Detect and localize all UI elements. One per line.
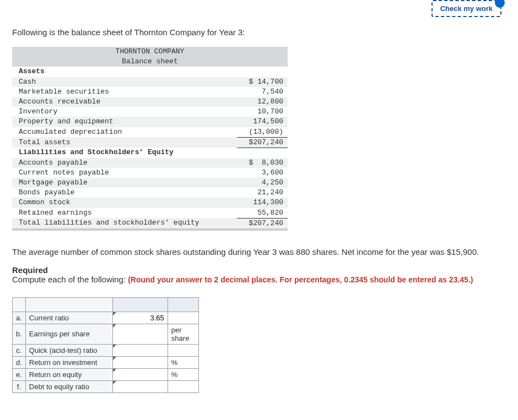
- answer-label: Return on equity: [25, 368, 112, 380]
- bs-title-2: Balance sheet: [12, 57, 288, 67]
- answer-letter: d.: [13, 356, 26, 368]
- answer-unit: %: [168, 368, 198, 380]
- answer-row: a. Current ratio: [13, 312, 199, 324]
- answer-input-c[interactable]: [113, 345, 168, 356]
- answer-label: Earnings per share: [25, 324, 112, 344]
- answer-row: c. Quick (acid-test) ratio: [13, 344, 199, 356]
- answer-unit: %: [168, 356, 198, 368]
- input-marker-icon: [113, 345, 116, 348]
- bs-row-value: 114,300: [237, 198, 288, 208]
- question-content: Following is the balance sheet of Thornt…: [0, 0, 518, 404]
- bs-row-label: Inventory: [12, 107, 237, 117]
- total-liab-label: Total liabilities and stockholders’ equi…: [12, 218, 237, 230]
- answer-letter: e.: [13, 368, 26, 380]
- answer-unit: [168, 312, 198, 324]
- answer-input-b[interactable]: [113, 328, 168, 340]
- liab-heading: Liabilities and Stockholders’ Equity: [12, 148, 237, 157]
- input-marker-icon: [113, 369, 116, 372]
- total-liab-value: $207,240: [237, 218, 288, 230]
- intro-text: Following is the balance sheet of Thornt…: [12, 28, 506, 37]
- bs-title-1: THORNTON COMPANY: [12, 47, 288, 57]
- answer-input-a[interactable]: [113, 312, 168, 324]
- answer-table: a. Current ratio b. Earnings per share p…: [12, 297, 199, 393]
- required-heading: Required: [12, 265, 506, 275]
- answer-label: Return on investment: [25, 356, 112, 368]
- balance-sheet-table: THORNTON COMPANY Balance sheet Assets Ca…: [12, 47, 288, 231]
- input-marker-icon: [113, 324, 116, 328]
- answer-label: Debt to equity ratio: [25, 380, 112, 392]
- answer-input-f[interactable]: [113, 381, 168, 392]
- bs-row-label: Accounts payable: [12, 158, 237, 168]
- total-assets-value: $207,240: [237, 137, 288, 148]
- bs-row-value: 21,240: [237, 188, 288, 198]
- bs-row-value: 55,820: [237, 208, 288, 219]
- input-marker-icon: [113, 312, 116, 315]
- answer-letter: b.: [13, 324, 26, 344]
- bs-row-label: Accumulated depreciation: [12, 127, 237, 138]
- bs-row-value: 4,250: [237, 178, 288, 188]
- answer-label: Current ratio: [25, 312, 112, 324]
- bs-row-value: $ 8,030: [237, 158, 288, 168]
- answer-unit: [168, 344, 198, 356]
- bs-row-value: (13,000): [237, 127, 288, 138]
- input-marker-icon: [113, 357, 116, 360]
- bs-row-label: Accounts receivable: [12, 97, 237, 107]
- answer-letter: f.: [13, 380, 26, 392]
- answer-row: f. Debt to equity ratio: [13, 380, 199, 392]
- paragraph-2: The average number of common stock share…: [12, 246, 506, 258]
- answer-input-d[interactable]: [113, 357, 168, 368]
- bs-row-label: Cash: [12, 77, 237, 87]
- required-note: (Round your answer to 2 decimal places. …: [128, 275, 473, 284]
- required-text: Compute each of the following:: [12, 275, 128, 284]
- bs-row-value: 3,600: [237, 168, 288, 178]
- bs-row-value: 174,500: [237, 117, 288, 127]
- answer-row: d. Return on investment %: [13, 356, 199, 368]
- answer-unit: per share: [168, 324, 198, 344]
- bs-row-label: Mortgage payable: [12, 178, 237, 188]
- answer-row: b. Earnings per share per share: [13, 324, 199, 344]
- assets-heading: Assets: [12, 67, 237, 77]
- answer-row: e. Return on equity %: [13, 368, 199, 380]
- answer-input-e[interactable]: [113, 369, 168, 380]
- answer-letter: a.: [13, 312, 26, 324]
- answer-unit: [168, 380, 198, 392]
- bs-row-label: Retained earnings: [12, 208, 237, 219]
- bs-row-value: 10,700: [237, 107, 288, 117]
- bs-row-label: Current notes payable: [12, 168, 237, 178]
- check-my-work-button[interactable]: Check my work: [431, 0, 501, 17]
- bs-row-label: Bonds payable: [12, 188, 237, 198]
- total-assets-label: Total assets: [12, 137, 237, 148]
- answer-letter: c.: [13, 344, 26, 356]
- bs-row-label: Property and equipment: [12, 117, 237, 127]
- answer-label: Quick (acid-test) ratio: [25, 344, 112, 356]
- bs-row-value: 7,540: [237, 87, 288, 97]
- bs-row-value: $ 14,700: [237, 77, 288, 87]
- bs-row-label: Common stock: [12, 198, 237, 208]
- bs-row-label: Marketable securities: [12, 87, 237, 97]
- input-marker-icon: [113, 381, 116, 384]
- bs-row-value: 12,800: [237, 97, 288, 107]
